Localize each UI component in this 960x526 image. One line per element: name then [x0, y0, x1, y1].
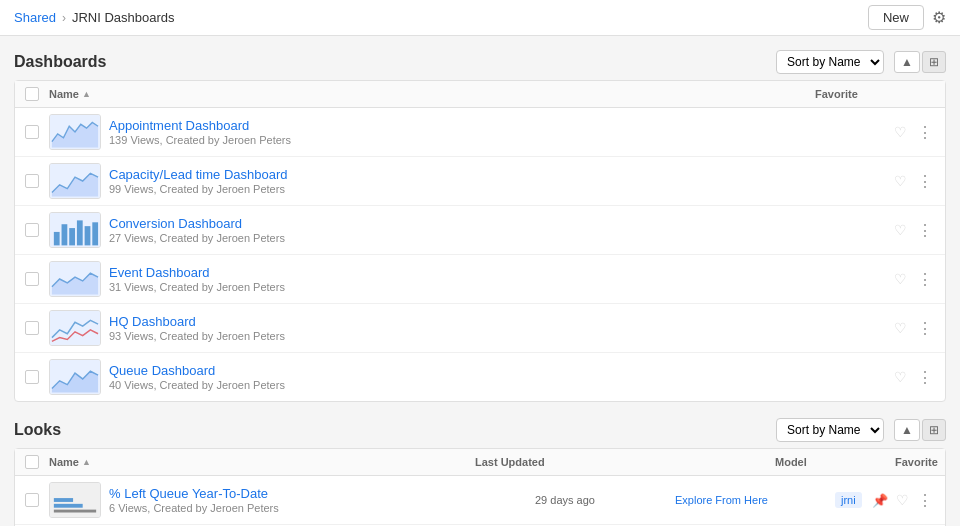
main-content: Dashboards Sort by Name Sort by Date ▲ ⊞…: [0, 36, 960, 526]
breadcrumb-separator: ›: [62, 11, 66, 25]
looks-last-updated-col-header: Last Updated: [475, 456, 615, 468]
svg-rect-7: [85, 226, 91, 245]
dashboards-section-header: Dashboards Sort by Name Sort by Date ▲ ⊞: [14, 50, 946, 74]
looks-table-header: Name ▲ Last Updated Model Favorite: [15, 449, 945, 476]
dashboard-item-name-2[interactable]: Conversion Dashboard: [109, 216, 285, 231]
dashboard-row-actions-5: ♡ ⋮: [895, 366, 935, 389]
dashboards-name-col-header[interactable]: Name ▲: [49, 88, 815, 100]
top-actions: New ⚙: [868, 5, 946, 30]
dashboard-thumbnail-1: [49, 163, 101, 199]
svg-rect-3: [54, 232, 60, 245]
dashboard-more-btn-4[interactable]: ⋮: [915, 317, 935, 340]
dashboards-table: Name ▲ Favorite Appointment Dashboard 13…: [14, 80, 946, 402]
dashboard-favorite-btn-1[interactable]: ♡: [892, 171, 909, 191]
dashboard-favorite-btn-5[interactable]: ♡: [892, 367, 909, 387]
dashboard-item-name-4[interactable]: HQ Dashboard: [109, 314, 285, 329]
svg-rect-15: [54, 498, 73, 502]
look-item-text-0: % Left Queue Year-To-Date 6 Views, Creat…: [109, 486, 279, 514]
looks-table: Name ▲ Last Updated Model Favorite % Lef…: [14, 448, 946, 526]
dashboards-favorite-col-header: Favorite: [815, 88, 935, 100]
look-pin-btn-0[interactable]: 📌: [870, 491, 890, 510]
row-checkbox-4[interactable]: [25, 321, 39, 335]
dashboard-row-actions-2: ♡ ⋮: [895, 219, 935, 242]
gear-icon[interactable]: ⚙: [932, 8, 946, 27]
look-favorite-btn-0[interactable]: ♡: [894, 490, 911, 510]
dashboards-table-header: Name ▲ Favorite: [15, 81, 945, 108]
dashboard-item-meta-4: 93 Views, Created by Jeroen Peters: [109, 330, 285, 342]
dashboards-sort-arrow: ▲: [82, 89, 91, 99]
dashboard-more-btn-1[interactable]: ⋮: [915, 170, 935, 193]
look-explore-link-0[interactable]: Explore From Here: [675, 494, 768, 506]
dashboard-item-meta-1: 99 Views, Created by Jeroen Peters: [109, 183, 288, 195]
dashboard-more-btn-0[interactable]: ⋮: [915, 121, 935, 144]
dashboard-item-meta-2: 27 Views, Created by Jeroen Peters: [109, 232, 285, 244]
dashboard-thumbnail-0: [49, 114, 101, 150]
dashboard-item-info-4: HQ Dashboard 93 Views, Created by Jeroen…: [49, 310, 895, 346]
new-button[interactable]: New: [868, 5, 924, 30]
dashboard-thumbnail-3: [49, 261, 101, 297]
table-row: HQ Dashboard 93 Views, Created by Jeroen…: [15, 304, 945, 353]
dashboards-grid-btn[interactable]: ⊞: [922, 51, 946, 73]
looks-name-col-header[interactable]: Name ▲: [49, 456, 475, 468]
dashboards-sort-select[interactable]: Sort by Name Sort by Date: [776, 50, 884, 74]
svg-rect-14: [54, 504, 83, 508]
dashboard-more-btn-3[interactable]: ⋮: [915, 268, 935, 291]
dashboard-item-meta-5: 40 Views, Created by Jeroen Peters: [109, 379, 285, 391]
look-thumbnail-0: [49, 482, 101, 518]
dashboard-row-actions-1: ♡ ⋮: [895, 170, 935, 193]
looks-sort-arrow: ▲: [82, 457, 91, 467]
row-checkbox-1[interactable]: [25, 174, 39, 188]
dashboard-item-name-1[interactable]: Capacity/Lead time Dashboard: [109, 167, 288, 182]
dashboards-view-toggle: ▲ ⊞: [894, 51, 946, 73]
table-row: % Left Queue Year-To-Date 6 Views, Creat…: [15, 476, 945, 525]
dashboards-select-all-checkbox[interactable]: [25, 87, 39, 101]
row-checkbox-3[interactable]: [25, 272, 39, 286]
look-model-badge-0: jrni: [835, 492, 862, 508]
dashboard-item-info-3: Event Dashboard 31 Views, Created by Jer…: [49, 261, 895, 297]
looks-grid-btn[interactable]: ⊞: [922, 419, 946, 441]
dashboard-favorite-btn-3[interactable]: ♡: [892, 269, 909, 289]
dashboard-item-info-0: Appointment Dashboard 139 Views, Created…: [49, 114, 895, 150]
dashboard-favorite-btn-4[interactable]: ♡: [892, 318, 909, 338]
dashboard-thumbnail-5: [49, 359, 101, 395]
look-explore-col-0: Explore From Here: [675, 493, 835, 507]
dashboard-item-info-2: Conversion Dashboard 27 Views, Created b…: [49, 212, 895, 248]
table-row: Capacity/Lead time Dashboard 99 Views, C…: [15, 157, 945, 206]
look-more-btn-0[interactable]: ⋮: [915, 489, 935, 512]
dashboard-item-text-0: Appointment Dashboard 139 Views, Created…: [109, 118, 291, 146]
dashboard-row-actions-0: ♡ ⋮: [895, 121, 935, 144]
breadcrumb-shared-link[interactable]: Shared: [14, 10, 56, 25]
dashboard-favorite-btn-2[interactable]: ♡: [892, 220, 909, 240]
dashboard-item-meta-0: 139 Views, Created by Jeroen Peters: [109, 134, 291, 146]
look-item-info-0: % Left Queue Year-To-Date 6 Views, Creat…: [49, 482, 535, 518]
dashboard-item-meta-3: 31 Views, Created by Jeroen Peters: [109, 281, 285, 293]
svg-rect-4: [62, 224, 68, 245]
dashboard-row-actions-4: ♡ ⋮: [895, 317, 935, 340]
dashboard-more-btn-2[interactable]: ⋮: [915, 219, 935, 242]
dashboards-sort-controls: Sort by Name Sort by Date ▲ ⊞: [776, 50, 946, 74]
table-row: Event Dashboard 31 Views, Created by Jer…: [15, 255, 945, 304]
dashboards-list-up-btn[interactable]: ▲: [894, 51, 920, 73]
looks-rows: % Left Queue Year-To-Date 6 Views, Creat…: [15, 476, 945, 526]
looks-model-col-header: Model: [775, 456, 895, 468]
row-checkbox-5[interactable]: [25, 370, 39, 384]
row-checkbox-0[interactable]: [25, 125, 39, 139]
looks-list-up-btn[interactable]: ▲: [894, 419, 920, 441]
dashboard-item-name-5[interactable]: Queue Dashboard: [109, 363, 285, 378]
looks-sort-controls: Sort by Name Sort by Date ▲ ⊞: [776, 418, 946, 442]
dashboard-item-name-3[interactable]: Event Dashboard: [109, 265, 285, 280]
look-item-meta-0: 6 Views, Created by Jeroen Peters: [109, 502, 279, 514]
looks-sort-select[interactable]: Sort by Name Sort by Date: [776, 418, 884, 442]
dashboard-item-name-0[interactable]: Appointment Dashboard: [109, 118, 291, 133]
dashboard-row-actions-3: ♡ ⋮: [895, 268, 935, 291]
looks-select-all-checkbox[interactable]: [25, 455, 39, 469]
dashboard-more-btn-5[interactable]: ⋮: [915, 366, 935, 389]
dashboard-thumbnail-2: [49, 212, 101, 248]
look-row-checkbox-0[interactable]: [25, 493, 39, 507]
look-last-updated-0: 29 days ago: [535, 494, 675, 506]
dashboard-favorite-btn-0[interactable]: ♡: [892, 122, 909, 142]
look-actions-col-0: 📌 ♡ ⋮: [895, 489, 935, 512]
look-item-name-0[interactable]: % Left Queue Year-To-Date: [109, 486, 279, 501]
dashboards-rows: Appointment Dashboard 139 Views, Created…: [15, 108, 945, 401]
row-checkbox-2[interactable]: [25, 223, 39, 237]
